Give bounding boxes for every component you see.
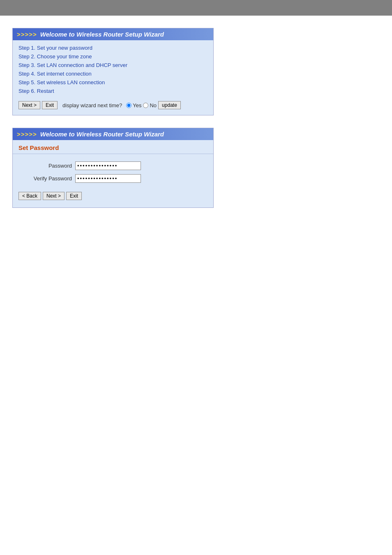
top-bar bbox=[0, 0, 392, 16]
yes-radio-label[interactable]: Yes bbox=[126, 102, 141, 108]
password-label: Password bbox=[18, 163, 72, 169]
no-radio[interactable] bbox=[143, 103, 148, 108]
wizard1-exit-button[interactable]: Exit bbox=[42, 101, 58, 109]
wizard-step-2: Step 2. Choose your time zone bbox=[18, 52, 208, 61]
wizard1-next-button[interactable]: Next > bbox=[18, 101, 40, 109]
wizard-step-3: Step 3. Set LAN connection and DHCP serv… bbox=[18, 61, 208, 69]
set-password-wizard-box: >>>>> Welcome to Wireless Router Setup W… bbox=[12, 128, 214, 208]
verify-password-row: Verify Password bbox=[18, 174, 208, 183]
password-title-arrows: >>>>> bbox=[17, 131, 37, 138]
wizard-title-text: Welcome to Wireless Router Setup Wizard bbox=[40, 31, 164, 38]
password-wizard-title-text: Welcome to Wireless Router Setup Wizard bbox=[40, 131, 164, 138]
welcome-wizard-box: >>>>> Welcome to Wireless Router Setup W… bbox=[12, 28, 214, 115]
no-label: No bbox=[150, 102, 157, 108]
wizard-steps: Step 1. Set your new password Step 2. Ch… bbox=[13, 40, 213, 97]
yes-radio[interactable] bbox=[126, 103, 131, 108]
display-wizard-label: display wizard next time? bbox=[62, 102, 122, 108]
password-wizard-title-bar: >>>>> Welcome to Wireless Router Setup W… bbox=[13, 128, 213, 140]
password-input[interactable] bbox=[75, 161, 141, 170]
wizard-step-1: Step 1. Set your new password bbox=[18, 44, 208, 52]
verify-password-input[interactable] bbox=[75, 174, 141, 183]
yes-label: Yes bbox=[133, 102, 141, 108]
update-button[interactable]: update bbox=[158, 101, 181, 109]
wizard-footer: Next > Exit display wizard next time? Ye… bbox=[13, 97, 213, 109]
wizard-step-5: Step 5. Set wireless LAN connection bbox=[18, 78, 208, 87]
next-button[interactable]: Next > bbox=[43, 192, 65, 200]
password-footer: < Back Next > Exit bbox=[13, 190, 213, 200]
verify-password-label: Verify Password bbox=[18, 175, 72, 182]
exit-button[interactable]: Exit bbox=[66, 192, 82, 200]
wizard-step-6: Step 6. Restart bbox=[18, 87, 208, 95]
title-arrows: >>>>> bbox=[17, 31, 37, 38]
wizard-step-4: Step 4. Set internet connection bbox=[18, 69, 208, 78]
wizard-title-bar: >>>>> Welcome to Wireless Router Setup W… bbox=[13, 28, 213, 40]
set-password-title: Set Password bbox=[13, 140, 213, 154]
back-button[interactable]: < Back bbox=[18, 192, 41, 200]
password-row: Password bbox=[18, 161, 208, 170]
no-radio-label[interactable]: No bbox=[143, 102, 157, 108]
password-form: Password Verify Password bbox=[13, 158, 213, 190]
